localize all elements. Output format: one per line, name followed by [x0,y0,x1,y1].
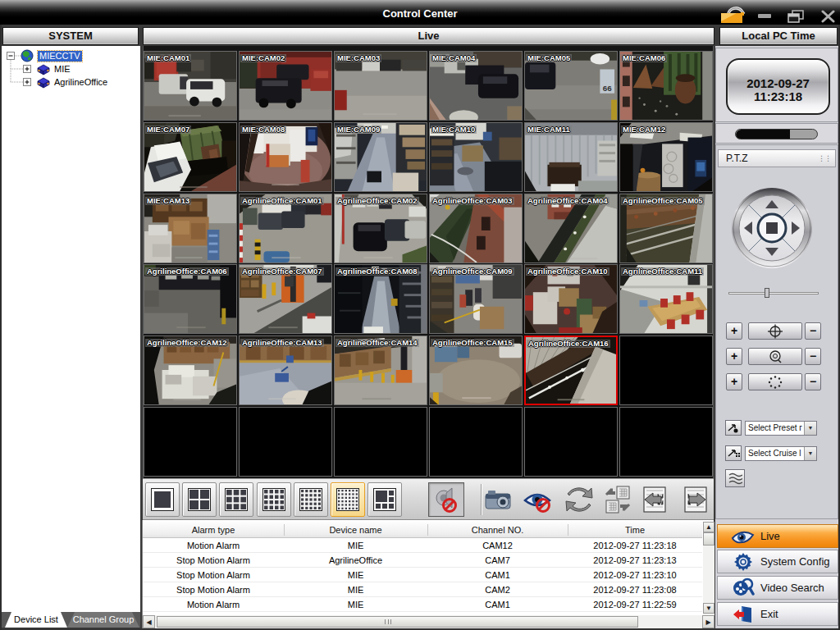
svg-text:66: 66 [603,84,612,93]
